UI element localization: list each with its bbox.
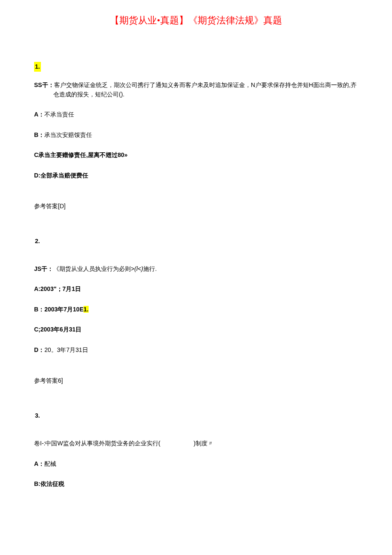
option-c: C;2003年6月31日 xyxy=(34,325,358,334)
question-stem: SS干：客户交物保证金统乏，期次公司携行了通知义务而客户未及时追加保证金，N户要… xyxy=(53,80,358,99)
question-number: 2. xyxy=(34,236,358,254)
question-2: 2. JS干：《期货从业人员执业行为必则>(l<)施行. A:2003"；7月1… xyxy=(34,236,358,385)
option-d: D：20。3年7月31日 xyxy=(34,345,358,355)
page-title: 【期货从业•真题】《期货法律法规》真题 xyxy=(34,13,358,28)
option-a: A：不承当责任 xyxy=(34,110,358,119)
option-a: A:2003"；7月1日 xyxy=(34,284,358,293)
question-stem: 卷I-:中国W监会对从事境外期货业务的企业实行( )制度〃 xyxy=(34,439,358,448)
question-number: 1. xyxy=(34,62,358,80)
option-c: C承当主要赠修责任,屋离不翅过80» xyxy=(34,150,358,160)
question-1: 1. SS干：客户交物保证金统乏，期次公司携行了通知义务而客户未及时追加保证金，… xyxy=(34,62,358,211)
option-a: A：配械 xyxy=(34,459,358,468)
answer: 参考答案[D] xyxy=(34,201,358,211)
question-number: 3. xyxy=(34,411,358,429)
option-b: B:依法征税 xyxy=(34,479,358,488)
question-stem: JS干：《期货从业人员执业行为必则>(l<)施行. xyxy=(34,264,358,273)
option-b: B：承当次安赔馁责任 xyxy=(34,130,358,139)
option-b: B：2003年7月10E1. xyxy=(34,305,358,314)
question-3: 3. 卷I-:中国W监会对从事境外期货业务的企业实行( )制度〃 A：配械 B:… xyxy=(34,411,358,488)
answer: 参考答案6] xyxy=(34,376,358,385)
option-d: D:全部承当赔便费任 xyxy=(34,171,358,180)
